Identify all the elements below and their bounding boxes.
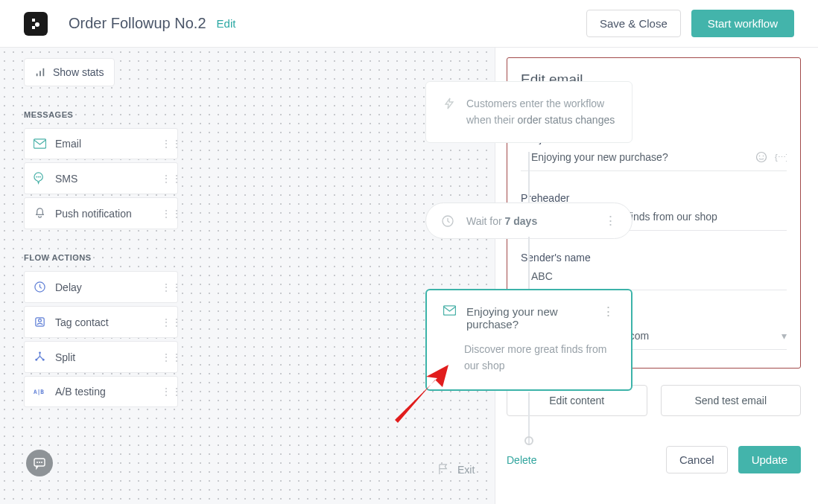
trigger-node[interactable]: Customers enter the workflow when their … <box>425 81 632 143</box>
connector-line <box>528 237 530 289</box>
svg-point-7 <box>39 351 41 354</box>
clock-icon <box>441 214 454 228</box>
sidebar-item-split[interactable]: Split ⋮⋮ <box>24 341 178 373</box>
merge-tag-icon[interactable]: {⋯} <box>775 151 787 163</box>
sidebar-item-delay[interactable]: Delay ⋮⋮ <box>24 271 178 303</box>
exit-label: Exit <box>457 464 475 476</box>
svg-point-2 <box>38 176 39 178</box>
chat-widget-button[interactable] <box>26 450 53 476</box>
bell-icon <box>34 207 46 220</box>
update-button[interactable]: Update <box>738 446 801 473</box>
sidebar-item-email[interactable]: Email ⋮⋮ <box>24 128 178 159</box>
svg-point-3 <box>39 176 41 178</box>
show-stats-label: Show stats <box>53 66 104 78</box>
exit-node[interactable]: Exit <box>437 463 475 476</box>
flow-actions-section-label: FLOW ACTIONS <box>24 253 178 262</box>
more-icon[interactable]: ⋮ <box>602 305 615 318</box>
sidebar-item-label: Delay <box>55 281 82 293</box>
email-node[interactable]: Enjoying your new purchase? ⋮ Discover m… <box>425 289 632 391</box>
chart-icon <box>35 67 45 77</box>
connector-line <box>528 152 530 202</box>
svg-point-20 <box>41 462 42 463</box>
sender-name-input[interactable]: ABC <box>521 270 787 290</box>
svg-text:{⋯}: {⋯} <box>775 153 787 162</box>
svg-point-9 <box>42 359 45 361</box>
sidebar-item-label: Split <box>55 351 75 363</box>
sms-icon <box>34 172 46 185</box>
svg-point-8 <box>35 359 37 361</box>
svg-rect-12 <box>443 306 455 315</box>
messages-section-label: MESSAGES <box>24 110 178 119</box>
delay-node[interactable]: Wait for 7 days ⋮ <box>425 202 632 239</box>
send-test-email-button[interactable]: Send test email <box>661 385 802 416</box>
mail-icon <box>34 138 46 149</box>
sidebar-item-tag-contact[interactable]: Tag contact ⋮⋮ <box>24 306 178 338</box>
svg-point-14 <box>759 156 761 157</box>
email-node-preheader: Discover more great finds from our shop <box>464 341 615 374</box>
sidebar-item-label: Push notification <box>55 208 132 220</box>
mail-icon <box>443 305 456 316</box>
svg-point-13 <box>757 153 767 162</box>
subject-input[interactable]: Enjoying your new purchase? {⋯} <box>521 151 787 171</box>
svg-point-19 <box>39 462 40 463</box>
cancel-button[interactable]: Cancel <box>666 446 728 473</box>
email-node-subject: Enjoying your new purchase? <box>466 305 592 331</box>
connector-dot <box>524 436 533 445</box>
wait-text: Wait for 7 days <box>466 215 537 227</box>
clock-icon <box>34 281 46 293</box>
sidebar-item-ab-testing[interactable]: A|B A/B testing ⋮⋮ <box>24 376 178 407</box>
start-workflow-button[interactable]: Start workflow <box>691 10 794 37</box>
svg-text:A|B: A|B <box>34 389 44 395</box>
workflow-canvas[interactable]: Customers enter the workflow when their … <box>178 48 495 504</box>
tag-icon <box>34 316 46 328</box>
sidebar-item-sms[interactable]: SMS ⋮⋮ <box>24 162 178 194</box>
sidebar-item-label: Tag contact <box>55 316 109 328</box>
sidebar-item-label: A/B testing <box>55 386 106 398</box>
svg-point-6 <box>39 319 42 322</box>
emoji-icon[interactable] <box>755 151 767 163</box>
more-icon[interactable]: ⋮ <box>604 213 617 229</box>
app-logo[interactable] <box>24 12 48 36</box>
sidebar-item-push[interactable]: Push notification ⋮⋮ <box>24 197 178 229</box>
edit-title-link[interactable]: Edit <box>217 17 236 30</box>
sender-name-label: Sender's name <box>521 252 787 264</box>
sidebar-item-label: SMS <box>55 173 77 185</box>
ab-icon: A|B <box>34 387 46 396</box>
sidebar-item-label: Email <box>55 138 81 150</box>
svg-point-15 <box>763 156 764 157</box>
svg-point-1 <box>36 176 37 178</box>
save-close-button[interactable]: Save & Close <box>586 10 681 37</box>
bolt-icon <box>443 97 456 110</box>
svg-rect-0 <box>34 139 45 148</box>
show-stats-button[interactable]: Show stats <box>24 58 115 86</box>
delete-link[interactable]: Delete <box>507 454 536 466</box>
chevron-down-icon: ▾ <box>781 330 787 342</box>
svg-point-18 <box>37 462 38 463</box>
trigger-text: Customers enter the workflow when their … <box>466 95 615 129</box>
chat-icon <box>33 456 46 470</box>
flag-icon <box>437 463 450 476</box>
split-icon <box>34 351 46 363</box>
page-title: Order Followup No.2 <box>69 15 206 32</box>
